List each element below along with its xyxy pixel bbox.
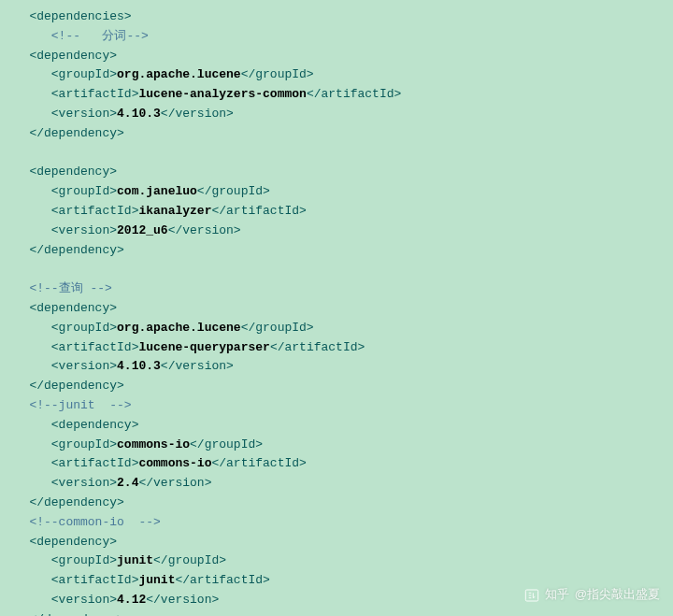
comment-commonio: <!--common-io --> [29,515,160,529]
value: lucene-queryparser [138,340,269,354]
value: junit [117,553,153,567]
tag: </artifactId> [211,456,306,470]
tag: </artifactId> [270,340,365,354]
tag: </groupId> [153,553,226,567]
tag: </dependency> [29,243,123,257]
tag: </version> [161,107,234,121]
comment-junit: <!--junit --> [29,398,131,412]
tag: <version> [51,223,117,237]
tag: <groupId> [51,553,117,567]
code-block: <dependencies> <!-- 分词--> <dependency> <… [7,7,666,616]
comment-fenci: <!-- 分词--> [51,29,149,43]
value: org.apache.lucene [117,67,241,81]
tag: </artifactId> [175,573,269,587]
value: junit [138,573,175,587]
tag: </artifactId> [307,87,401,101]
tag: </groupId> [197,184,270,198]
tag: </dependency> [29,126,123,140]
tag: <version> [51,593,117,607]
tag: </groupId> [241,67,314,81]
tag: <artifactId> [51,456,139,470]
tag: <dependency> [29,165,117,179]
tag: </version> [138,476,211,490]
value: com.janeluo [117,184,197,198]
value: org.apache.lucene [117,321,241,335]
comment-chaxun: <!--查询 --> [29,281,111,295]
value: 2012_u6 [117,223,168,237]
tag: </dependency> [29,612,123,616]
svg-rect-0 [525,590,537,601]
tag: <dependency> [29,535,117,549]
tag: <artifactId> [51,573,139,587]
value: 4.10.3 [117,359,161,373]
value: 2.4 [117,476,138,490]
tag: </artifactId> [211,204,306,218]
tag: </version> [168,223,241,237]
tag: <groupId> [51,321,117,335]
tag: </groupId> [241,321,314,335]
value: commons-io [138,456,211,470]
tag: <artifactId> [51,204,139,218]
tag: </dependency> [29,495,123,509]
value: 4.10.3 [117,107,161,121]
tag: </groupId> [190,437,263,451]
value: lucene-analyzers-common [138,87,306,101]
tag: </dependency> [29,379,123,393]
tag: <artifactId> [51,340,139,354]
tag: <dependencies> [29,9,131,23]
zhihu-icon [524,588,539,603]
value: 4.12 [117,593,146,607]
value: commons-io [117,437,190,451]
tag: </version> [161,359,234,373]
tag: <dependency> [51,418,139,432]
tag: <groupId> [51,184,117,198]
tag: <dependency> [29,49,117,63]
tag: <version> [51,359,117,373]
tag: <groupId> [51,437,117,451]
tag: </version> [146,593,219,607]
tag: <version> [51,476,117,490]
tag: <dependency> [29,301,117,315]
watermark-brand: 知乎 [545,585,569,605]
watermark-author: @指尖敲出盛夏 [575,585,660,605]
tag: <artifactId> [51,87,139,101]
tag: <groupId> [51,67,117,81]
tag: <version> [51,107,117,121]
value: ikanalyzer [138,204,211,218]
watermark: 知乎 @指尖敲出盛夏 [524,585,660,605]
